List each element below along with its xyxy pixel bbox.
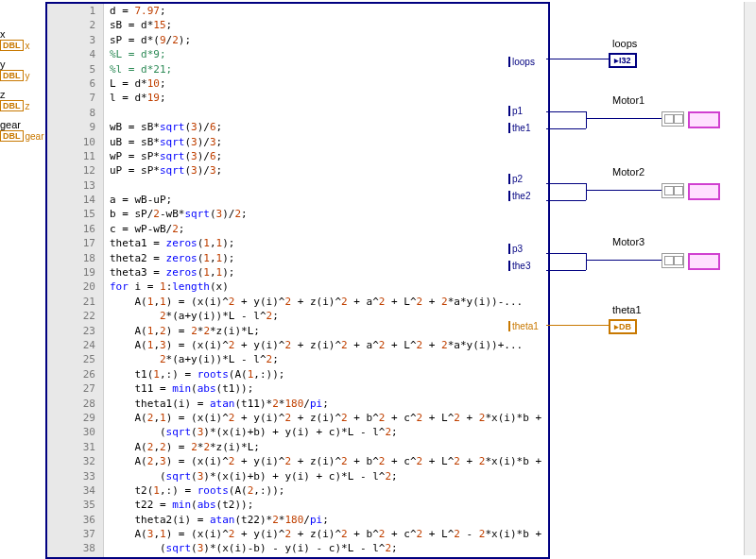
terminal-wire-label: x	[26, 41, 30, 51]
bundle-icon[interactable]	[662, 253, 684, 268]
code-line-13[interactable]	[110, 178, 548, 193]
dbl-icon: DBL	[0, 130, 24, 142]
code-line-33[interactable]: (sqrt(3)*(x(i)+b) + y(i) + c)*L - l^2;	[110, 469, 548, 483]
tunnel-loops[interactable]: loops	[508, 57, 535, 67]
code-line-25[interactable]: 2*(a+y(i))*L - l^2;	[110, 352, 548, 366]
terminal-wire-label: y	[26, 71, 30, 81]
code-line-29[interactable]: A(2,1) = (x(i)^2 + y(i)^2 + z(i)^2 + b^2…	[110, 411, 548, 425]
tunnel-the3[interactable]: the3	[508, 261, 530, 271]
code-line-27[interactable]: t11 = min(abs(t1));	[110, 381, 548, 396]
code-line-23[interactable]: A(1,2) = 2*2*z(i)*L;	[110, 324, 548, 338]
tunnel-p1[interactable]: p1	[508, 106, 523, 116]
output-label-theta1: theta1	[612, 304, 642, 315]
code-line-15[interactable]: b = sP/2-wB*sqrt(3)/2;	[110, 207, 548, 221]
code-line-4[interactable]: %L = d*9;	[110, 47, 548, 61]
code-line-8[interactable]	[110, 106, 548, 120]
tunnel-the1[interactable]: the1	[508, 123, 530, 133]
output-label-loops: loops	[612, 38, 637, 49]
code-line-31[interactable]: A(2,2) = 2*2*z(i)*L;	[110, 440, 548, 454]
code-line-32[interactable]: A(2,3) = (x(i)^2 + y(i)^2 + z(i)^2 + b^2…	[110, 454, 548, 468]
code-line-1[interactable]: d = 7.97;	[110, 4, 548, 18]
code-line-19[interactable]: theta3 = zeros(1,1);	[110, 265, 548, 280]
indicator-theta1[interactable]: ▸DB	[609, 319, 637, 334]
output-label-Motor2: Motor2	[612, 166, 644, 178]
code-line-6[interactable]: L = d*10;	[110, 76, 548, 91]
motor-indicator-Motor1[interactable]	[688, 111, 720, 128]
motor-indicator-Motor3[interactable]	[688, 253, 720, 270]
indicator-loops[interactable]: ▸I32	[609, 53, 637, 68]
code-line-24[interactable]: A(1,3) = (x(i)^2 + y(i)^2 + z(i)^2 + a^2…	[110, 338, 548, 352]
code-line-38[interactable]: (sqrt(3)*(x(i)-b) - y(i) - c)*L - l^2;	[110, 541, 548, 555]
code-line-14[interactable]: a = wB-uP;	[110, 193, 548, 207]
terminal-wire-label: z	[26, 101, 30, 111]
tunnel-p2[interactable]: p2	[508, 174, 523, 184]
code-line-7[interactable]: l = d*19;	[110, 91, 548, 105]
code-line-20[interactable]: for i = 1:length(x)	[110, 280, 548, 294]
code-line-21[interactable]: A(1,1) = (x(i)^2 + y(i)^2 + z(i)^2 + a^2…	[110, 295, 548, 309]
code-line-9[interactable]: wB = sB*sqrt(3)/6;	[110, 120, 548, 134]
code-line-18[interactable]: theta2 = zeros(1,1);	[110, 251, 548, 265]
dbl-icon: DBL	[0, 70, 24, 81]
code-line-35[interactable]: t22 = min(abs(t2));	[110, 498, 548, 512]
tunnel-the2[interactable]: the2	[508, 191, 530, 201]
code-line-17[interactable]: theta1 = zeros(1,1);	[110, 236, 548, 250]
mathscript-node[interactable]: 1234567891011121314151617181920212223242…	[45, 2, 550, 559]
code-line-3[interactable]: sP = d*(9/2);	[110, 33, 548, 47]
dbl-icon: DBL	[0, 100, 24, 111]
code-line-22[interactable]: 2*(a+y(i))*L - l^2;	[110, 309, 548, 323]
code-line-26[interactable]: t1(1,:) = roots(A(1,:));	[110, 367, 548, 381]
code-line-11[interactable]: wP = sP*sqrt(3)/6;	[110, 149, 548, 163]
line-number-gutter: 1234567891011121314151617181920212223242…	[47, 4, 104, 557]
code-line-34[interactable]: t2(1,:) = roots(A(2,:));	[110, 483, 548, 498]
code-line-36[interactable]: theta2(i) = atan(t22)*2*180/pi;	[110, 513, 548, 527]
code-line-28[interactable]: theta1(i) = atan(t11)*2*180/pi;	[110, 397, 548, 411]
code-line-37[interactable]: A(3,1) = (x(i)^2 + y(i)^2 + z(i)^2 + b^2…	[110, 527, 548, 541]
code-line-2[interactable]: sB = d*15;	[110, 18, 548, 32]
code-line-5[interactable]: %l = d*21;	[110, 62, 548, 76]
terminal-wire-label: gear	[26, 131, 44, 142]
tunnel-p3[interactable]: p3	[508, 244, 523, 254]
code-line-12[interactable]: uP = sP*sqrt(3)/3;	[110, 163, 548, 178]
code-text[interactable]: d = 7.97;sB = d*15;sP = d*(9/2);%L = d*9…	[104, 4, 548, 556]
output-label-Motor1: Motor1	[612, 94, 644, 106]
scrollbar-vertical[interactable]	[744, 2, 756, 555]
bundle-icon[interactable]	[662, 111, 684, 127]
output-label-Motor3: Motor3	[612, 236, 644, 247]
code-line-16[interactable]: c = wP-wB/2;	[110, 222, 548, 236]
tunnel-theta1[interactable]: theta1	[508, 321, 539, 331]
code-line-10[interactable]: uB = sB*sqrt(3)/3;	[110, 135, 548, 149]
motor-indicator-Motor2[interactable]	[688, 183, 720, 200]
code-line-30[interactable]: (sqrt(3)*(x(i)+b) + y(i) + c)*L - l^2;	[110, 425, 548, 439]
bundle-icon[interactable]	[662, 183, 684, 198]
dbl-icon: DBL	[0, 40, 24, 51]
